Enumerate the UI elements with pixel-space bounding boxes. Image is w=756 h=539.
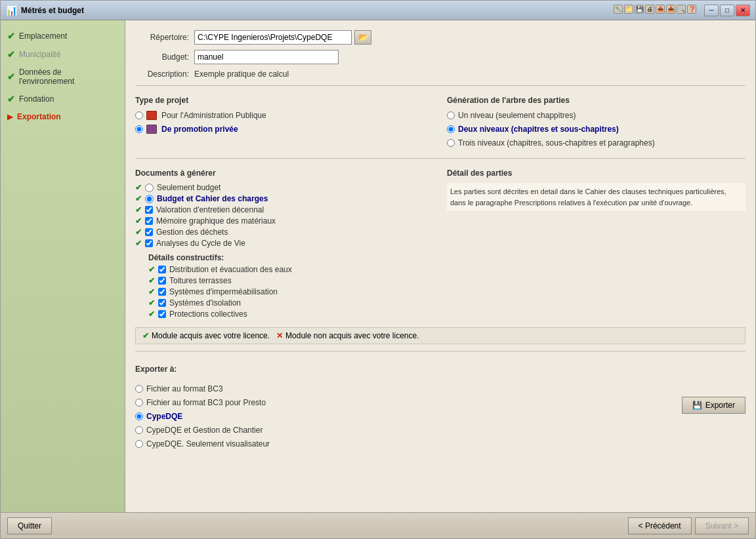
export-layout: Fichier au format BC3 Fichier au format … xyxy=(135,384,746,452)
radio-budget-only[interactable] xyxy=(145,184,154,192)
sidebar-item-donnees[interactable]: ✔ Données de l'environnement xyxy=(1,64,125,90)
export-bc3[interactable]: Fichier au format BC3 xyxy=(135,384,669,394)
radio-bc3[interactable] xyxy=(135,385,143,393)
repertoire-input[interactable] xyxy=(194,30,352,45)
toolbar-icon-5[interactable]: 📤 xyxy=(656,5,665,14)
repertoire-row: Répertoire: 📂 xyxy=(135,30,746,45)
generation-section: Génération de l'arbre des parties Un niv… xyxy=(447,96,746,151)
book-icon-purple xyxy=(146,125,157,134)
toolbar-icon-6[interactable]: 📥 xyxy=(666,5,675,14)
radio-un-niveau[interactable]: Un niveau (seulement chappitres) xyxy=(447,110,746,121)
doc-analyses[interactable]: ✔ Analyses du Cycle de Vie xyxy=(135,239,434,248)
sidebar-item-fondation[interactable]: ✔ Fondation xyxy=(1,90,125,108)
cb-memoire[interactable] xyxy=(145,217,153,225)
doc-gestion[interactable]: ✔ Gestion des déchets xyxy=(135,228,434,237)
doc-systemes-iso[interactable]: ✔ Systèmes d'isolation xyxy=(148,298,434,308)
quit-button[interactable]: Quitter xyxy=(7,517,52,534)
description-row: Description: Exemple pratique de calcul xyxy=(135,70,746,79)
doc-systemes-imp[interactable]: ✔ Systèmes d'imperméabilisation xyxy=(148,287,434,296)
cb-gestion[interactable] xyxy=(145,228,153,236)
radio-trois-niveaux-label: Trois niveaux (chapitres, sous-chapitres… xyxy=(458,138,655,148)
cb-distribution[interactable] xyxy=(158,266,166,273)
sidebar-item-emplacement[interactable]: ✔ Emplacement xyxy=(1,27,125,45)
type-generation-row: Type de projet Pour l'Administration Pub… xyxy=(135,96,746,151)
details-constructifs-title: Détails constructifs: xyxy=(148,253,434,262)
radio-promo[interactable]: De promotion privée xyxy=(135,124,434,134)
toolbar-icon-2[interactable]: 📁 xyxy=(624,5,633,14)
license-acquired-text: Module acquis avec votre licence. xyxy=(152,331,270,340)
export-button-label: Exporter xyxy=(705,401,735,410)
doc-valoration[interactable]: ✔ Valoration d'entretien décennal xyxy=(135,205,434,214)
radio-admin[interactable]: Pour l'Administration Publique xyxy=(135,110,434,121)
check-green-7: ✔ xyxy=(148,276,155,285)
check-green-5: ✔ xyxy=(135,239,142,248)
check-green-3: ✔ xyxy=(135,216,142,226)
description-value: Exemple pratique de calcul xyxy=(194,70,289,79)
export-cypedqe-gestion[interactable]: CypeDQE et Gestion de Chantier xyxy=(135,425,669,435)
docs-left: Documents à générer ✔ Seulement budget ✔… xyxy=(135,169,434,321)
check-icon-emplacement: ✔ xyxy=(7,31,15,41)
toolbar-icon-1[interactable]: 🔧 xyxy=(614,5,623,14)
type-projet-section: Type de projet Pour l'Administration Pub… xyxy=(135,96,434,151)
toolbar-icon-4[interactable]: 🖨 xyxy=(645,5,654,14)
check-green-6: ✔ xyxy=(148,265,155,274)
radio-un-niveau-input[interactable] xyxy=(447,111,455,119)
doc-memoire[interactable]: ✔ Mémoire graphique des matériaux xyxy=(135,216,434,226)
doc-budget-cahier[interactable]: ✔ Budget et Cahier des charges xyxy=(135,194,434,203)
cb-protections[interactable] xyxy=(158,310,166,318)
toolbar-icon-3[interactable]: 💾 xyxy=(635,5,644,14)
radio-bc3-presto[interactable] xyxy=(135,399,143,407)
cb-systemes-iso[interactable] xyxy=(158,299,166,307)
close-button[interactable]: ✕ xyxy=(736,5,750,16)
radio-trois-niveaux-input[interactable] xyxy=(447,139,455,147)
browse-button[interactable]: 📂 xyxy=(354,30,371,45)
folder-icon: 📂 xyxy=(358,33,368,42)
cb-systemes-imp[interactable] xyxy=(158,288,166,296)
radio-cypedqe-gestion[interactable] xyxy=(135,426,143,434)
sidebar-item-municipalite[interactable]: ✔ Municipalité xyxy=(1,45,125,64)
maximize-button[interactable]: □ xyxy=(720,5,734,16)
radio-budget-cahier[interactable] xyxy=(145,195,154,203)
radio-deux-niveaux-input[interactable] xyxy=(447,125,455,133)
cb-valoration[interactable] xyxy=(145,206,153,214)
radio-bc3-label: Fichier au format BC3 xyxy=(146,384,223,393)
next-button[interactable]: Suivant > xyxy=(695,517,749,534)
radio-cypedqe-visu[interactable] xyxy=(135,440,143,448)
radio-admin-input[interactable] xyxy=(135,111,143,119)
description-label: Description: xyxy=(135,70,194,79)
doc-toitures[interactable]: ✔ Toitures terrasses xyxy=(148,276,434,285)
export-bc3-presto[interactable]: Fichier au format BC3 pour Presto xyxy=(135,397,669,408)
radio-cypedqe[interactable] xyxy=(135,412,143,420)
type-projet-title: Type de projet xyxy=(135,96,434,105)
toolbar-icon-8[interactable]: ❓ xyxy=(687,5,696,14)
check-icon-municipalite: ✔ xyxy=(7,49,15,60)
doc-budget-only[interactable]: ✔ Seulement budget xyxy=(135,183,434,192)
window-title: Métrés et budget xyxy=(21,6,84,15)
export-cypedqe[interactable]: CypeDQE xyxy=(135,411,669,422)
doc-protections[interactable]: ✔ Protections collectives xyxy=(148,309,434,319)
export-button[interactable]: 💾 Exporter xyxy=(682,397,746,414)
radio-deux-niveaux[interactable]: Deux niveaux (chapitres et sous-chapitre… xyxy=(447,124,746,134)
radio-admin-label: Pour l'Administration Publique xyxy=(161,111,266,120)
budget-input[interactable] xyxy=(194,50,339,64)
export-options: Fichier au format BC3 Fichier au format … xyxy=(135,384,669,452)
export-cypedqe-visu[interactable]: CypeDQE. Seulement visualisateur xyxy=(135,439,669,449)
license-not-acquired-text: Module non acquis avec votre licence. xyxy=(285,331,419,340)
radio-un-niveau-label: Un niveau (seulement chappitres) xyxy=(458,111,576,120)
doc-distribution[interactable]: ✔ Distribution et évacuation des eaux xyxy=(148,265,434,274)
prev-button[interactable]: < Précédent xyxy=(628,517,692,534)
cb-toitures[interactable] xyxy=(158,277,166,285)
minimize-button[interactable]: ─ xyxy=(704,5,719,16)
cb-analyses[interactable] xyxy=(145,239,153,247)
doc-toitures-label: Toitures terrasses xyxy=(169,276,232,285)
sidebar-item-exportation[interactable]: ▶ Exportation xyxy=(1,108,125,125)
doc-gestion-label: Gestion des déchets xyxy=(156,228,228,237)
radio-promo-input[interactable] xyxy=(135,125,143,133)
book-icon-red xyxy=(146,111,157,120)
export-title: Exporter à: xyxy=(135,365,746,374)
toolbar-icon-7[interactable]: 🔍 xyxy=(677,5,686,14)
radio-trois-niveaux[interactable]: Trois niveaux (chapitres, sous-chapitres… xyxy=(447,138,746,148)
check-green-0: ✔ xyxy=(135,183,142,192)
detail-parties-title: Détail des parties xyxy=(447,169,746,178)
doc-systemes-iso-label: Systèmes d'isolation xyxy=(169,298,241,308)
